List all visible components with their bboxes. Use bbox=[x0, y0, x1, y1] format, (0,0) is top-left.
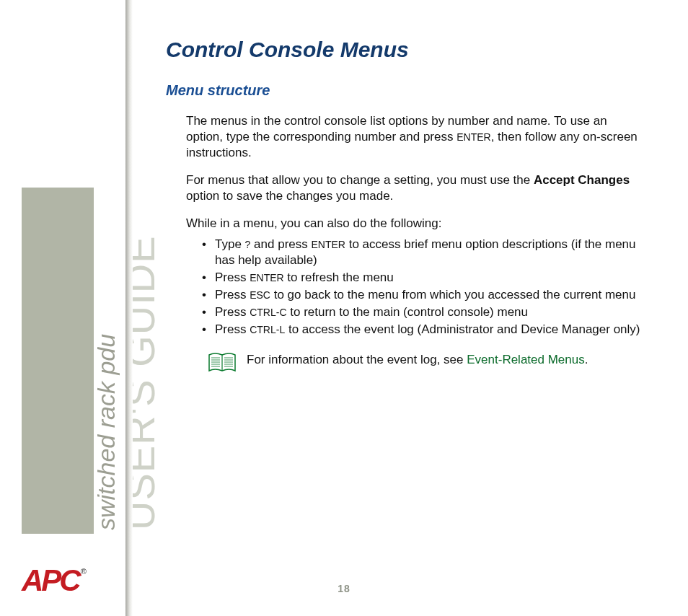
list-item: Press CTRL-L to access the event log (Ad… bbox=[195, 322, 642, 338]
link-event-related-menus[interactable]: Event-Related Menus bbox=[467, 353, 584, 366]
book-icon bbox=[208, 352, 237, 374]
text: Press bbox=[215, 288, 250, 302]
body-text: The menus in the control console list op… bbox=[186, 113, 642, 374]
page: USER'S GUIDE switched rack pdu Control C… bbox=[0, 0, 688, 616]
key-enter: ENTER bbox=[457, 131, 490, 143]
page-heading: Control Console Menus bbox=[166, 38, 642, 62]
section-heading: Menu structure bbox=[166, 82, 642, 99]
sidebar-title-large: USER'S GUIDE bbox=[117, 235, 164, 530]
key-enter: ENTER bbox=[250, 272, 283, 283]
key-ctrl-c: CTRL-C bbox=[250, 307, 286, 318]
key-enter: ENTER bbox=[312, 239, 345, 250]
bullet-list: Type ? and press ENTER to access brief m… bbox=[186, 237, 642, 338]
vertical-divider bbox=[125, 0, 133, 616]
text: and press bbox=[250, 237, 311, 251]
paragraph: For menus that allow you to change a set… bbox=[186, 172, 642, 204]
page-number: 18 bbox=[0, 583, 688, 594]
bold-text: Accept Changes bbox=[534, 173, 630, 187]
key-esc: ESC bbox=[250, 289, 270, 301]
text: to go back to the menu from which you ac… bbox=[270, 288, 636, 302]
text: to refresh the menu bbox=[284, 270, 394, 284]
text: to access the event log (Administrator a… bbox=[285, 322, 640, 336]
list-item: Press ESC to go back to the menu from wh… bbox=[195, 287, 642, 303]
text: Type bbox=[215, 237, 245, 251]
key-ctrl-l: CTRL-L bbox=[250, 324, 285, 335]
sidebar-title-small: switched rack pdu bbox=[92, 334, 120, 530]
text: For information about the event log, see bbox=[247, 353, 467, 366]
list-item: Type ? and press ENTER to access brief m… bbox=[195, 237, 642, 268]
text: For menus that allow you to change a set… bbox=[186, 173, 534, 187]
text: to return to the main (control console) … bbox=[287, 305, 529, 319]
list-item: Press CTRL-C to return to the main (cont… bbox=[195, 304, 642, 320]
list-item: Press ENTER to refresh the menu bbox=[195, 270, 642, 286]
text: . bbox=[585, 353, 588, 366]
text: Press bbox=[215, 305, 250, 319]
paragraph: While in a menu, you can also do the fol… bbox=[186, 216, 642, 232]
text: Press bbox=[215, 322, 250, 336]
trademark-symbol: ® bbox=[81, 567, 87, 576]
paragraph: The menus in the control console list op… bbox=[186, 113, 642, 161]
note-row: For information about the event log, see… bbox=[208, 352, 642, 374]
note-text: For information about the event log, see… bbox=[247, 352, 588, 368]
main-content: Control Console Menus Menu structure The… bbox=[166, 38, 642, 374]
text: Press bbox=[215, 270, 250, 284]
sidebar-accent-block bbox=[22, 188, 94, 534]
text: option to save the changes you made. bbox=[186, 189, 393, 203]
